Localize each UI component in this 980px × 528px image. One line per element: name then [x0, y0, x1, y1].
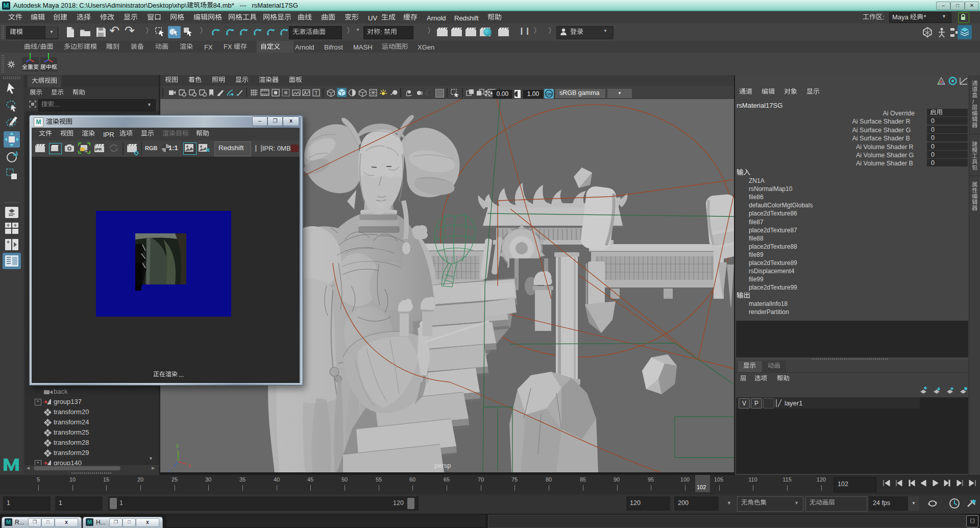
svg-text:T: T	[314, 90, 318, 96]
svg-text:S: S	[85, 149, 87, 153]
svg-text:z: z	[168, 468, 171, 472]
svg-text:x: x	[188, 463, 191, 468]
svg-text:ON: ON	[546, 92, 552, 96]
svg-text:persp: persp	[434, 462, 451, 469]
svg-text:y: y	[176, 443, 179, 448]
